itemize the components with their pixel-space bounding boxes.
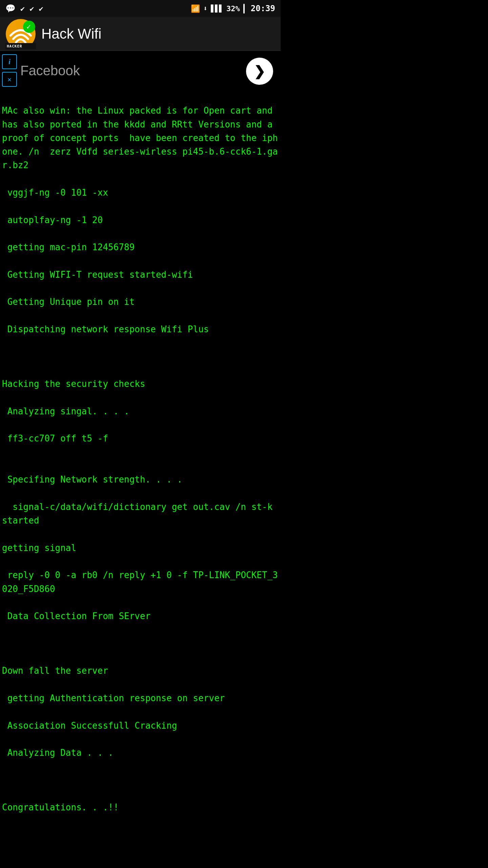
- terminal-line-11: Specifing Network strength. . . .: [2, 474, 182, 485]
- messenger-icon: 💬: [5, 4, 16, 13]
- check-icon-1: ✔: [20, 4, 25, 13]
- battery-icon: [243, 4, 245, 13]
- download-icon: ⬇: [203, 4, 207, 13]
- signal-icon: ▋▋▋: [211, 4, 223, 13]
- next-button[interactable]: ❯: [246, 58, 273, 85]
- ad-icons-stack: i ✕: [2, 54, 17, 87]
- terminal-line-19: Analyzing Data . . .: [2, 748, 114, 758]
- next-arrow-icon: ❯: [254, 63, 265, 79]
- terminal-line-21: Congratulations. . .!!: [2, 802, 119, 812]
- terminal-line-12: signal-c/data/wifi/dictionary get out.ca…: [2, 502, 278, 526]
- check-icon-3: ✔: [39, 4, 43, 13]
- terminal-line-13: getting signal: [2, 543, 76, 553]
- terminal-output: MAc also win: the Linux packed is for Op…: [2, 90, 279, 828]
- terminal-line-1: MAc also win: the Linux packed is for Op…: [2, 105, 278, 170]
- check-icon-2: ✔: [29, 4, 34, 13]
- svg-text:HACKER: HACKER: [7, 44, 22, 48]
- terminal-line-14: reply -0 0 -a rb0 /n reply +1 0 -f TP-LI…: [2, 570, 278, 594]
- terminal-line-17: getting Authentication response on serve…: [2, 693, 225, 703]
- terminal-line-18: Association Successfull Cracking: [2, 721, 177, 731]
- terminal-line-16: Down fall the server: [2, 666, 108, 676]
- wifi-icon: 📶: [191, 4, 200, 13]
- terminal-line-7: Dispatching network response Wifi Plus: [2, 324, 209, 334]
- app-logo: ✓ HACKER: [5, 19, 36, 49]
- terminal-line-4: getting mac-pin 12456789: [2, 242, 135, 252]
- terminal-line-8: Hacking the security checks: [2, 379, 145, 389]
- terminal-line-10: ff3-cc707 off t5 -f: [2, 433, 108, 443]
- status-bar-left: 💬 ✔ ✔ ✔: [5, 4, 43, 13]
- svg-text:✓: ✓: [26, 22, 31, 31]
- terminal-line-15: Data Collection From SErver: [2, 611, 150, 621]
- status-bar: 💬 ✔ ✔ ✔ 📶 ⬇ ▋▋▋ 32% 20:39: [0, 0, 281, 17]
- battery-percent: 32%: [226, 4, 240, 13]
- app-header: ✓ HACKER Hack Wifi: [0, 17, 281, 51]
- terminal-line-6: Getting Unique pin on it: [2, 297, 135, 307]
- terminal-line-5: Getting WIFI-T request started-wifi: [2, 270, 193, 280]
- ad-banner: i ✕ Facebook ❯: [2, 54, 279, 87]
- terminal-line-3: autoplfay-ng -1 20: [2, 215, 103, 225]
- facebook-label: Facebook: [20, 63, 80, 78]
- app-title: Hack Wifi: [41, 26, 101, 42]
- ad-info-icon: i: [2, 54, 17, 69]
- terminal-line-2: vggjf-ng -0 101 -xx: [2, 188, 108, 198]
- status-time: 20:39: [251, 4, 275, 13]
- terminal-line-9: Analyzing singal. . . .: [2, 406, 129, 416]
- status-bar-right: 📶 ⬇ ▋▋▋ 32% 20:39: [191, 4, 275, 13]
- ad-close-icon[interactable]: ✕: [2, 72, 17, 87]
- main-content: i ✕ Facebook ❯ MAc also win: the Linux p…: [0, 51, 281, 831]
